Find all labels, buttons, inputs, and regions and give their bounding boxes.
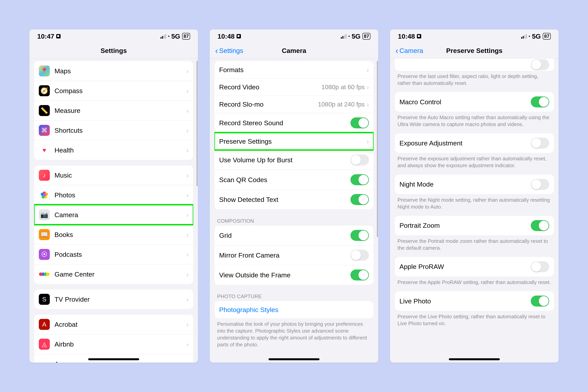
toggle-partial[interactable] [531, 59, 549, 70]
toggle-volume-burst[interactable] [350, 154, 369, 166]
health-icon: ♥ [39, 145, 50, 156]
chevron-right-icon: › [186, 321, 188, 328]
settings-group: ♪ Music › Photos › 📷 Camera › 📖 Books › [34, 166, 193, 284]
toggle-stereo-sound[interactable] [350, 118, 369, 128]
books-icon: 📖 [39, 229, 50, 240]
toggle-detected-text[interactable] [350, 194, 369, 205]
row-portrait-zoom[interactable]: Portrait Zoom [395, 216, 554, 236]
camera-settings-list[interactable]: Formats › Record Video 1080p at 60 fps ›… [210, 58, 378, 362]
phone-camera-settings: 10:48 5G 87 ‹ Settings Camera Formats › … [210, 30, 378, 362]
toggle-mirror-front[interactable] [350, 250, 369, 261]
row-formats[interactable]: Formats › [214, 61, 374, 78]
toggle-scan-qr[interactable] [350, 174, 369, 185]
row-music[interactable]: ♪ Music › [34, 166, 193, 185]
row-label: Grid [219, 232, 350, 239]
row-gamecenter[interactable]: Game Center › [34, 264, 193, 284]
settings-list[interactable]: 📍 Maps › 🧭 Compass › 📏 Measure › ⌘ Short… [30, 58, 198, 362]
status-bar: 10:47 5G 87 [30, 30, 198, 43]
back-label: Camera [400, 47, 423, 54]
settings-group: Formats › Record Video 1080p at 60 fps ›… [214, 61, 374, 209]
row-record-video[interactable]: Record Video 1080p at 60 fps › [214, 78, 374, 96]
row-photos[interactable]: Photos › [34, 185, 193, 205]
row-label: Portrait Zoom [400, 222, 531, 229]
back-button[interactable]: ‹ Settings [210, 47, 243, 54]
chevron-right-icon: › [186, 340, 188, 348]
row-label: Measure [54, 107, 186, 114]
row-label: Music [54, 172, 186, 179]
section-footer: Personalise the look of your photos by b… [217, 321, 371, 348]
back-label: Settings [219, 47, 243, 54]
row-podcasts[interactable]: ⦿ Podcasts › [34, 244, 193, 264]
row-preserve-settings[interactable]: Preserve Settings › [214, 133, 374, 150]
row-health[interactable]: ♥ Health › [34, 140, 193, 160]
row-exposure-adjustment[interactable]: Exposure Adjustment [395, 133, 554, 153]
toggle-grid[interactable] [350, 230, 369, 241]
row-maps[interactable]: 📍 Maps › [34, 61, 193, 81]
chevron-right-icon: › [186, 146, 188, 154]
home-indicator[interactable] [88, 358, 139, 360]
section-footer: Preserve the Apple ProRAW setting, rathe… [398, 279, 551, 286]
row-photographic-styles[interactable]: Photographic Styles [214, 301, 374, 318]
row-label: Maps [54, 67, 186, 75]
row-camera[interactable]: 📷 Camera › [34, 205, 193, 224]
screen-record-icon [56, 34, 60, 38]
airbnb-icon: ◬ [39, 339, 50, 350]
signal-icon [160, 34, 166, 38]
row-tvprovider[interactable]: S TV Provider › [34, 290, 193, 309]
row-stereo-sound[interactable]: Record Stereo Sound [214, 113, 374, 133]
row-live-photo[interactable]: Live Photo [395, 291, 554, 311]
screen-record-icon [417, 34, 421, 38]
row-label: Scan QR Codes [219, 176, 350, 184]
toggle-night-mode[interactable] [531, 179, 549, 190]
toggle-exposure-adjustment[interactable] [531, 138, 549, 148]
row-record-slomo[interactable]: Record Slo-mo 1080p at 240 fps › [214, 96, 374, 113]
home-indicator[interactable] [449, 358, 500, 360]
row-label: Amazon [54, 360, 186, 363]
toggle-live-photo[interactable] [531, 296, 549, 306]
preserve-settings-list[interactable]: Preserve the last used filter, aspect ra… [390, 58, 558, 362]
chevron-right-icon: › [186, 67, 188, 75]
settings-group: Macro Control [395, 92, 554, 112]
row-books[interactable]: 📖 Books › [34, 224, 193, 244]
row-detected-text[interactable]: Show Detected Text [214, 190, 374, 209]
row-view-outside-frame[interactable]: View Outside the Frame [214, 265, 374, 285]
row-label: Photos [54, 191, 186, 199]
row-macro-control[interactable]: Macro Control [395, 92, 554, 112]
settings-group: Photographic Styles [214, 301, 374, 318]
row-airbnb[interactable]: ◬ Airbnb › [34, 334, 193, 354]
row-label: Health [54, 146, 186, 154]
status-bar: 10:48 5G 87 [210, 30, 378, 43]
back-button[interactable]: ‹ Camera [390, 47, 423, 54]
row-measure[interactable]: 📏 Measure › [34, 100, 193, 120]
acrobat-icon: A [39, 319, 50, 330]
scrollbar[interactable] [196, 61, 198, 186]
row-label: Compass [54, 87, 186, 95]
toggle-apple-proraw[interactable] [531, 261, 549, 272]
chevron-right-icon: › [186, 270, 188, 278]
toggle-portrait-zoom[interactable] [531, 220, 549, 231]
toggle-view-outside[interactable] [350, 270, 369, 280]
row-acrobat[interactable]: A Acrobat › [34, 314, 193, 334]
row-value: 1080p at 60 fps [322, 84, 365, 91]
settings-group: Portrait Zoom [395, 216, 554, 236]
toggle-macro-control[interactable] [531, 96, 549, 108]
sim-dot-icon [529, 36, 530, 37]
row-label: Formats [219, 66, 367, 74]
network-label: 5G [532, 32, 541, 40]
row-apple-proraw[interactable]: Apple ProRAW [395, 257, 554, 276]
row-label: Podcasts [54, 251, 186, 258]
row-label: Books [54, 231, 186, 238]
battery-icon: 87 [543, 33, 551, 40]
row-compass[interactable]: 🧭 Compass › [34, 81, 193, 100]
settings-group: Apple ProRAW [395, 257, 554, 276]
scrollbar[interactable] [377, 61, 378, 237]
row-volume-up-burst[interactable]: Use Volume Up for Burst [214, 150, 374, 170]
row-shortcuts[interactable]: ⌘ Shortcuts › [34, 120, 193, 140]
row-scan-qr[interactable]: Scan QR Codes [214, 170, 374, 190]
row-value: 1080p at 240 fps [318, 101, 364, 108]
home-indicator[interactable] [268, 358, 320, 360]
section-header: COMPOSITION [217, 218, 371, 224]
row-mirror-front[interactable]: Mirror Front Camera [214, 245, 374, 265]
row-grid[interactable]: Grid [214, 226, 374, 245]
row-night-mode[interactable]: Night Mode [395, 175, 554, 194]
